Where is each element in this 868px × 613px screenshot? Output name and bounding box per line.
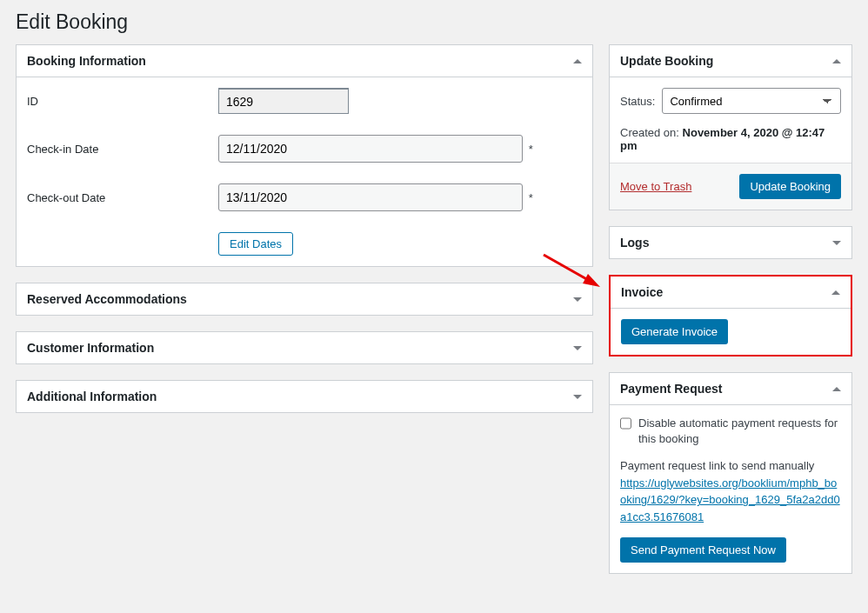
invoice-title: Invoice [621, 285, 663, 299]
toggle-up-icon [573, 59, 582, 63]
generate-invoice-button[interactable]: Generate Invoice [621, 319, 728, 344]
booking-information-title: Booking Information [27, 54, 146, 68]
send-payment-request-button[interactable]: Send Payment Request Now [620, 537, 786, 563]
additional-information-title: Additional Information [27, 390, 157, 403]
customer-information-title: Customer Information [27, 341, 154, 355]
additional-information-header[interactable]: Additional Information [17, 381, 592, 412]
toggle-up-icon [832, 387, 841, 391]
id-label: ID [27, 95, 218, 108]
logs-title: Logs [620, 236, 649, 250]
move-to-trash-link[interactable]: Move to Trash [620, 180, 691, 193]
required-asterisk: * [529, 191, 533, 204]
update-booking-header[interactable]: Update Booking [610, 45, 851, 77]
payment-request-title: Payment Request [620, 382, 722, 396]
booking-information-header[interactable]: Booking Information [17, 45, 592, 77]
toggle-down-icon [573, 395, 582, 399]
checkout-label: Check-out Date [27, 191, 218, 204]
customer-information-header[interactable]: Customer Information [17, 332, 592, 363]
toggle-down-icon [573, 297, 582, 302]
reserved-accommodations-header[interactable]: Reserved Accommodations [17, 283, 592, 315]
edit-dates-button[interactable]: Edit Dates [218, 232, 293, 256]
update-booking-panel: Update Booking Status: Confirmed Created… [609, 44, 852, 210]
reserved-accommodations-panel: Reserved Accommodations [16, 283, 593, 316]
payment-request-header[interactable]: Payment Request [610, 373, 851, 405]
toggle-up-icon [831, 290, 840, 295]
reserved-accommodations-title: Reserved Accommodations [27, 292, 187, 306]
update-booking-button[interactable]: Update Booking [739, 174, 841, 199]
created-label: Created on: [620, 126, 679, 139]
disable-auto-label: Disable automatic payment requests for t… [638, 416, 841, 447]
customer-information-panel: Customer Information [16, 331, 593, 364]
checkout-field[interactable] [218, 183, 523, 211]
status-select[interactable]: Confirmed [662, 88, 841, 114]
disable-auto-checkbox[interactable] [620, 416, 631, 430]
required-asterisk: * [529, 143, 533, 156]
toggle-up-icon [832, 59, 841, 63]
status-label: Status: [620, 95, 655, 108]
logs-panel: Logs [609, 226, 852, 259]
update-booking-title: Update Booking [620, 54, 713, 68]
page-title: Edit Booking [16, 10, 852, 34]
payment-request-link[interactable]: https://uglywebsites.org/booklium/mphb_b… [620, 476, 840, 523]
checkin-label: Check-in Date [27, 143, 218, 156]
id-field [218, 88, 349, 114]
additional-information-panel: Additional Information [16, 380, 593, 413]
logs-header[interactable]: Logs [610, 227, 851, 258]
invoice-panel: Invoice Generate Invoice [609, 275, 852, 356]
toggle-down-icon [573, 346, 582, 350]
checkin-field[interactable] [218, 135, 523, 163]
payment-request-panel: Payment Request Disable automatic paymen… [609, 372, 852, 574]
toggle-down-icon [832, 241, 841, 245]
booking-information-panel: Booking Information ID Check-in Date [16, 44, 593, 267]
invoice-header[interactable]: Invoice [611, 277, 851, 309]
link-intro: Payment request link to send manually [620, 459, 814, 472]
